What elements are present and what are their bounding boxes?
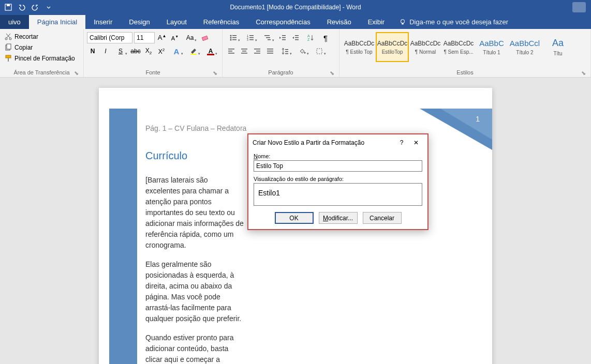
- redo-button[interactable]: [29, 2, 41, 13]
- user-avatar[interactable]: [572, 2, 586, 12]
- modify-button[interactable]: Modificar...: [319, 212, 358, 224]
- style-normal[interactable]: AaBbCcDc¶ Normal: [409, 32, 442, 62]
- bullets-icon: [229, 34, 238, 42]
- cancel-button[interactable]: Cancelar: [363, 212, 402, 224]
- align-center-button[interactable]: [239, 46, 250, 57]
- svg-rect-50: [285, 53, 288, 54]
- line-spacing-button[interactable]: ▾: [277, 46, 293, 57]
- body-paragraph[interactable]: Quando estiver pronto para adicionar con…: [145, 332, 244, 364]
- svg-rect-8: [6, 55, 11, 58]
- strikethrough-button[interactable]: abc: [130, 46, 141, 57]
- style-name-label: ¶ Normal: [410, 49, 440, 55]
- format-painter-button[interactable]: Pincel de Formatação: [3, 54, 76, 63]
- svg-point-17: [230, 39, 232, 41]
- borders-icon: [315, 47, 323, 55]
- clipboard-launcher[interactable]: ⬊: [73, 70, 79, 76]
- tab-home[interactable]: Página Inicial: [29, 15, 85, 29]
- underline-button[interactable]: S▾: [113, 46, 128, 57]
- svg-rect-49: [285, 51, 288, 52]
- color-bar-icon: [207, 54, 214, 55]
- paint-bucket-icon: [298, 47, 306, 55]
- body-paragraph[interactable]: Elas geralmente são posicionadas à esque…: [145, 259, 244, 324]
- document-heading[interactable]: Currículo: [145, 150, 187, 162]
- dialog-buttons: OK Modificar... Cancelar: [254, 212, 422, 224]
- style-preview: AaBbCcDc: [444, 40, 474, 47]
- align-right-button[interactable]: [252, 46, 263, 57]
- eraser-icon: [201, 34, 209, 42]
- subscript-button[interactable]: X2: [143, 46, 154, 57]
- shading-button[interactable]: ▾: [294, 46, 310, 57]
- bullets-button[interactable]: ▾: [226, 32, 241, 43]
- create-style-dialog: Criar Novo Estilo a Partir da Formatação…: [247, 133, 429, 230]
- svg-rect-32: [295, 37, 299, 38]
- tab-design[interactable]: Design: [121, 15, 158, 29]
- style-heading-2[interactable]: AaBbCclTítulo 2: [508, 32, 541, 62]
- title-right: [572, 2, 591, 12]
- multilevel-list-button[interactable]: ▾: [260, 32, 275, 43]
- style-no-spacing[interactable]: AaBbCcDc¶ Sem Esp...: [442, 32, 475, 62]
- style-estilo-top-1[interactable]: AaBbCcDc¶ Estilo Top: [343, 32, 376, 62]
- change-case-button[interactable]: Aa▾: [182, 32, 198, 43]
- borders-button[interactable]: ▾: [312, 46, 327, 57]
- text-effects-button[interactable]: A▾: [169, 46, 184, 57]
- align-right-icon: [253, 47, 261, 55]
- undo-button[interactable]: [16, 2, 28, 13]
- bold-button[interactable]: N: [87, 46, 98, 57]
- svg-rect-7: [7, 44, 11, 49]
- svg-rect-20: [249, 35, 254, 36]
- qat-customize[interactable]: [42, 2, 55, 13]
- body-paragraph[interactable]: [Barras laterais são excelentes para cha…: [145, 175, 244, 251]
- copy-button[interactable]: Copiar: [3, 43, 76, 52]
- svg-rect-27: [268, 39, 271, 40]
- style-name-label: ¶ Sem Esp...: [444, 49, 474, 55]
- increase-indent-button[interactable]: [290, 32, 301, 43]
- save-button[interactable]: [2, 2, 14, 13]
- style-title[interactable]: AaTítu: [541, 32, 574, 62]
- dialog-close-button[interactable]: ✕: [409, 138, 423, 148]
- font-color-button[interactable]: A▾: [203, 46, 218, 57]
- style-preview: AaBbCcl: [510, 39, 540, 48]
- align-left-button[interactable]: [226, 46, 237, 57]
- tab-layout[interactable]: Layout: [158, 15, 195, 29]
- tab-file[interactable]: uivo: [0, 15, 29, 29]
- font-name-combo[interactable]: [87, 32, 132, 43]
- font-size-combo[interactable]: [134, 32, 155, 43]
- cut-label: Recortar: [14, 33, 38, 40]
- svg-rect-25: [264, 35, 270, 36]
- document-body[interactable]: [Barras laterais são excelentes para cha…: [145, 175, 244, 364]
- superscript-button[interactable]: X2: [156, 46, 167, 57]
- style-estilotop[interactable]: AaBbCcDcEstiloTop: [376, 32, 409, 62]
- tab-view[interactable]: Exibir: [360, 15, 393, 29]
- sort-icon: AZ: [306, 34, 315, 42]
- grow-font-button[interactable]: A▲: [156, 32, 168, 43]
- justify-button[interactable]: [264, 46, 276, 57]
- sort-button[interactable]: AZ: [303, 32, 318, 43]
- dialog-titlebar: Criar Novo Estilo a Partir da Formatação…: [248, 134, 427, 151]
- style-heading-1[interactable]: AaBbCTítulo 1: [475, 32, 508, 62]
- styles-launcher[interactable]: ⬊: [580, 70, 586, 76]
- italic-button[interactable]: I: [100, 46, 111, 57]
- tab-references[interactable]: Referências: [195, 15, 247, 29]
- show-marks-button[interactable]: ¶: [320, 32, 331, 43]
- dialog-help-button[interactable]: ?: [394, 138, 409, 148]
- clipboard-group-label: Área de Transferência: [13, 69, 69, 75]
- ok-button[interactable]: OK: [275, 212, 314, 224]
- cut-button[interactable]: Recortar: [3, 32, 76, 41]
- group-styles: AaBbCcDc¶ Estilo Top AaBbCcDcEstiloTop A…: [339, 29, 591, 77]
- clear-formatting-button[interactable]: [199, 32, 211, 43]
- tell-me-search[interactable]: Diga-me o que você deseja fazer: [393, 15, 514, 29]
- style-name-input[interactable]: [254, 160, 422, 172]
- highlight-button[interactable]: ▾: [186, 46, 201, 57]
- paragraph-launcher[interactable]: ⬊: [329, 70, 335, 76]
- decrease-indent-button[interactable]: [277, 32, 288, 43]
- style-name-label: Título 2: [510, 50, 540, 55]
- tab-review[interactable]: Revisão: [319, 15, 360, 29]
- svg-point-5: [9, 38, 11, 40]
- numbering-button[interactable]: 123▾: [243, 32, 258, 43]
- tab-mailings[interactable]: Correspondências: [247, 15, 319, 29]
- shrink-font-button[interactable]: A▼: [169, 32, 181, 43]
- svg-rect-39: [241, 49, 247, 50]
- font-launcher[interactable]: ⬊: [212, 70, 218, 76]
- tab-insert[interactable]: Inserir: [85, 15, 121, 29]
- preview-label: Visualização do estilo de parágrafo:: [254, 176, 422, 182]
